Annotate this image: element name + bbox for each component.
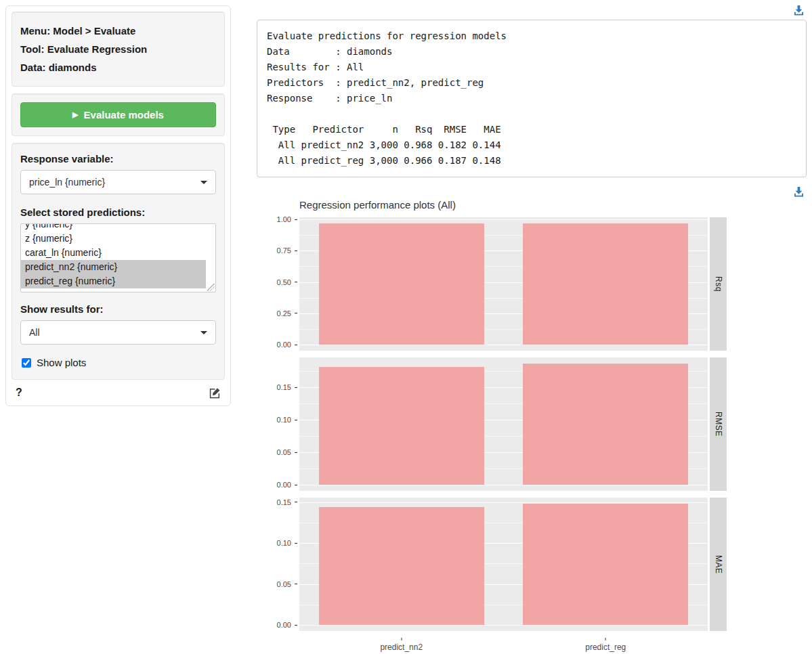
- y-tick-mark: [295, 502, 297, 502]
- y-tick-label: 0.15: [277, 498, 291, 506]
- y-tick-mark: [295, 420, 297, 420]
- y-tick-mark: [295, 219, 297, 220]
- evaluate-models-button[interactable]: ▶ Evaluate models: [20, 102, 216, 127]
- y-tick-mark: [295, 485, 297, 485]
- action-well: ▶ Evaluate models: [12, 93, 225, 136]
- major-gridline: [299, 502, 708, 503]
- y-tick-mark: [295, 584, 297, 584]
- sidebar-footer: ?: [12, 387, 225, 400]
- summary-toolbar: [257, 5, 804, 16]
- facet-strip: Rsq: [710, 217, 727, 351]
- predictions-listbox-inner: y {numeric}z {numeric}carat_ln {numeric}…: [21, 223, 215, 288]
- y-tick-label: 0.00: [277, 621, 291, 629]
- show-results-value: All: [29, 327, 40, 338]
- y-tick-mark: [295, 313, 297, 313]
- y-axis: 0.000.250.500.751.00: [265, 217, 297, 351]
- y-tick-mark: [295, 387, 297, 388]
- main-panel: Evaluate predictions for regression mode…: [257, 5, 807, 654]
- response-variable-label: Response variable:: [20, 153, 216, 165]
- menu-breadcrumb: Menu: Model > Evaluate: [20, 24, 216, 39]
- y-tick-label: 0.00: [277, 341, 291, 349]
- chevron-down-icon: [200, 181, 207, 184]
- major-gridline: [299, 625, 708, 626]
- list-item[interactable]: predict_reg {numeric}: [21, 274, 206, 288]
- facet-row-rmse: 0.000.050.100.15RMSE: [265, 357, 727, 491]
- list-item[interactable]: predict_nn2 {numeric}: [21, 260, 206, 274]
- y-tick-label: 0.75: [277, 246, 291, 255]
- y-tick-mark: [295, 282, 297, 282]
- y-tick-label: 0.10: [277, 539, 291, 547]
- summary-output: Evaluate predictions for regression mode…: [257, 20, 807, 177]
- bar-mae-predict_nn2: [319, 507, 484, 625]
- facet-panel: [299, 357, 708, 491]
- facet-panel: [299, 498, 708, 631]
- major-gridline: [299, 485, 708, 485]
- list-item[interactable]: y {numeric}: [21, 223, 215, 232]
- form-well: Response variable: price_ln {numeric} Se…: [12, 143, 225, 380]
- bar-rsq-predict_nn2: [319, 223, 484, 345]
- dataset-name: Data: diamonds: [20, 60, 216, 75]
- x-tick-mark: [401, 638, 402, 640]
- bar-rsq-predict_reg: [523, 223, 688, 345]
- facet-strip-label: RMSE: [714, 412, 723, 437]
- x-axis-row: predict_nn2predict_reg: [265, 638, 727, 654]
- chevron-down-icon: [200, 331, 207, 334]
- bar-rmse-predict_reg: [523, 364, 688, 485]
- resize-handle[interactable]: [207, 284, 215, 291]
- y-tick-mark: [295, 625, 297, 626]
- show-plots-row: Show plots: [22, 357, 216, 368]
- download-icon[interactable]: [794, 5, 804, 16]
- facet-row-rsq: 0.000.250.500.751.00Rsq: [265, 217, 727, 351]
- response-variable-select[interactable]: price_ln {numeric}: [20, 170, 216, 194]
- major-gridline: [299, 219, 708, 220]
- facet-strip: MAE: [710, 498, 727, 631]
- chart-facets: 0.000.250.500.751.00Rsq0.000.050.100.15R…: [265, 217, 727, 631]
- x-tick-label: predict_nn2: [380, 642, 423, 652]
- bar-mae-predict_reg: [523, 504, 688, 625]
- facet-panel: [299, 217, 708, 351]
- sidebar: Menu: Model > Evaluate Tool: Evaluate Re…: [5, 5, 231, 406]
- list-item[interactable]: carat_ln {numeric}: [21, 246, 215, 260]
- facet-strip-label: Rsq: [714, 276, 723, 292]
- y-tick-label: 0.05: [277, 580, 291, 588]
- show-results-select[interactable]: All: [20, 320, 216, 345]
- plot-toolbar: [257, 187, 804, 198]
- facet-row-mae: 0.000.050.100.15MAE: [265, 498, 727, 631]
- show-results-label: Show results for:: [20, 303, 216, 315]
- list-item[interactable]: z {numeric}: [21, 232, 215, 246]
- x-tick-label: predict_reg: [585, 642, 626, 652]
- tool-name: Tool: Evaluate Regression: [20, 42, 216, 57]
- y-tick-mark: [295, 452, 297, 453]
- evaluate-models-label: Evaluate models: [84, 109, 164, 121]
- facet-strip: RMSE: [710, 357, 727, 491]
- y-tick-mark: [295, 250, 297, 251]
- edit-report-icon[interactable]: [209, 387, 221, 399]
- download-icon[interactable]: [794, 187, 804, 198]
- x-tick-mark: [605, 638, 606, 640]
- app-page: Menu: Model > Evaluate Tool: Evaluate Re…: [0, 0, 812, 654]
- major-gridline: [299, 345, 708, 345]
- play-icon: ▶: [72, 111, 78, 118]
- show-plots-label: Show plots: [37, 357, 86, 368]
- y-tick-label: 0.15: [277, 383, 291, 391]
- performance-chart: Regression performance plots (All) 0.000…: [265, 199, 727, 654]
- response-variable-value: price_ln {numeric}: [29, 177, 105, 188]
- facet-strip-label: MAE: [714, 555, 723, 574]
- y-tick-label: 0.05: [277, 448, 291, 456]
- y-tick-label: 0.50: [277, 278, 291, 286]
- predictions-label: Select stored predictions:: [20, 206, 216, 218]
- context-well: Menu: Model > Evaluate Tool: Evaluate Re…: [12, 12, 225, 87]
- chart-title: Regression performance plots (All): [299, 199, 727, 211]
- y-tick-mark: [295, 543, 297, 544]
- show-plots-checkbox[interactable]: [22, 358, 31, 368]
- y-tick-label: 0.10: [277, 416, 291, 424]
- y-tick-label: 0.00: [277, 481, 291, 489]
- y-tick-label: 1.00: [277, 215, 291, 223]
- help-icon[interactable]: ?: [16, 387, 22, 399]
- predictions-listbox[interactable]: y {numeric}z {numeric}carat_ln {numeric}…: [20, 223, 216, 292]
- y-tick-label: 0.25: [277, 309, 291, 318]
- x-axis: predict_nn2predict_reg: [299, 638, 708, 654]
- y-tick-mark: [295, 345, 297, 345]
- y-axis: 0.000.050.100.15: [265, 357, 297, 491]
- y-axis: 0.000.050.100.15: [265, 498, 297, 631]
